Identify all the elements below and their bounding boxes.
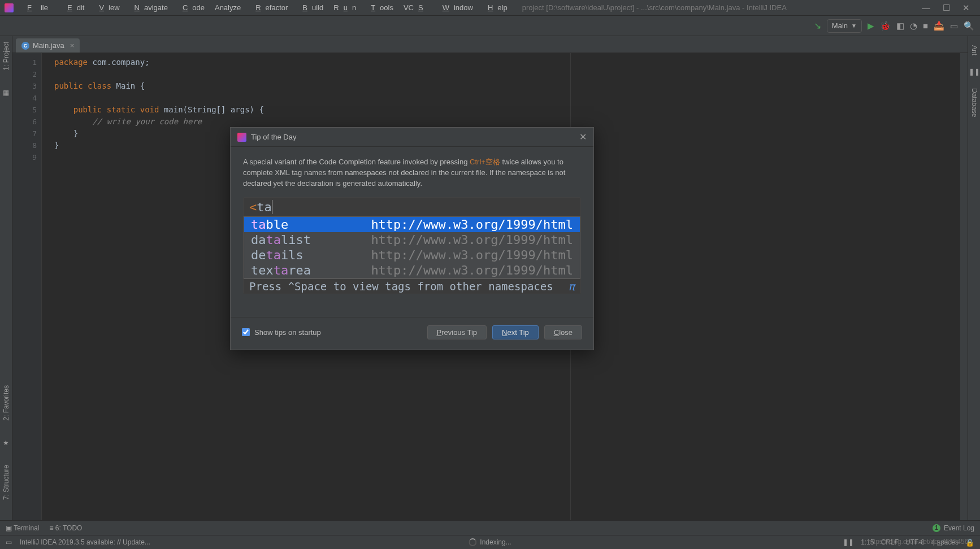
title-path: project [D:\software\idealU\project] - .… [522, 3, 922, 12]
completion-item[interactable]: datalisthttp://www.w3.org/1999/html [244, 232, 580, 247]
statusbar: ▭ IntelliJ IDEA 2019.3.5 available: // U… [0, 535, 980, 549]
debug-icon[interactable]: 🐞 [880, 21, 891, 31]
menu-build[interactable]: Build [293, 2, 328, 14]
completion-item[interactable]: textareahttp://www.w3.org/1999/html [244, 263, 580, 278]
editor-tab-label: Main.java [33, 41, 64, 50]
build-arrow-icon[interactable]: ↘ [814, 20, 821, 31]
dialog-title: Tip of the Day [251, 133, 579, 141]
tip-illustration: <ta tablehttp://www.w3.org/1999/htmldata… [243, 197, 581, 294]
project-tool-icon[interactable]: ▦ [2, 85, 10, 100]
update-project-icon[interactable]: 📥 [934, 21, 944, 31]
next-tip-button[interactable]: Next Tip [492, 325, 539, 339]
search-everywhere-icon[interactable]: 🔍 [964, 21, 974, 31]
event-log-badge: 1 [933, 524, 940, 532]
bottom-tool-window-bar: ▣ Terminal ≡ 6: TODO 1 Event Log [0, 520, 980, 535]
menubar: File Edit View Navigate Code Analyze Ref… [18, 2, 512, 14]
close-dialog-button[interactable]: Close [544, 325, 582, 339]
left-tool-window-bar: 1: Project ▦ 2: Favorites ★ 7: Structure [0, 36, 12, 520]
menu-run[interactable]: Run [329, 2, 361, 14]
line-number-gutter: 123 456 789 [12, 53, 42, 520]
completion-item[interactable]: detailshttp://www.w3.org/1999/html [244, 247, 580, 263]
menu-file[interactable]: File [18, 2, 57, 14]
pause-status-icon[interactable]: ❚❚ [843, 538, 854, 546]
app-icon [237, 133, 246, 142]
previous-tip-button[interactable]: Previous Tip [427, 325, 487, 339]
profile-icon[interactable]: ◔ [910, 21, 917, 31]
run-config-label: Main [832, 21, 848, 30]
titlebar: File Edit View Navigate Code Analyze Ref… [0, 0, 980, 16]
favorites-tool-tab[interactable]: 2: Favorites [1, 382, 11, 424]
java-class-icon: C [21, 42, 29, 50]
minimize-icon[interactable]: ― [922, 3, 930, 13]
database-tool-tab[interactable]: Database [969, 85, 979, 120]
menu-analyze[interactable]: Analyze [210, 2, 245, 14]
watermark-text: https://blog.csdn.net/qq_45154565 [868, 538, 972, 546]
indexing-label: Indexing... [480, 538, 511, 546]
editor-tab-main[interactable]: C Main.java × [16, 38, 80, 53]
menu-tools[interactable]: Tools [362, 2, 398, 14]
menu-code[interactable]: Code [174, 2, 209, 14]
menu-window[interactable]: Window [433, 2, 478, 14]
menu-view[interactable]: View [90, 2, 124, 14]
stop-icon[interactable]: ■ [923, 21, 928, 30]
run-icon[interactable]: ▶ [868, 21, 874, 31]
run-config-selector[interactable]: Main ▼ [827, 19, 862, 33]
project-tool-tab[interactable]: 1: Project [1, 38, 11, 74]
menu-vcs[interactable]: VCS [399, 2, 432, 14]
show-tips-checkbox-input[interactable] [242, 328, 250, 336]
chevron-down-icon: ▼ [851, 23, 857, 29]
right-tool-window-bar: Ant ❚❚ Database [968, 36, 980, 520]
favorites-star-icon[interactable]: ★ [2, 435, 10, 450]
close-tab-icon[interactable]: × [70, 41, 75, 50]
status-message[interactable]: IntelliJ IDEA 2019.3.5 available: // Upd… [20, 538, 150, 546]
event-log-tab[interactable]: 1 Event Log [933, 524, 974, 532]
spinner-icon [469, 538, 476, 546]
tip-of-day-dialog: Tip of the Day ✕ A special variant of th… [230, 127, 594, 350]
completion-item[interactable]: tablehttp://www.w3.org/1999/html [244, 217, 580, 232]
terminal-tab[interactable]: ▣ Terminal [6, 524, 39, 532]
pause-icon[interactable]: ❚❚ [968, 64, 981, 79]
maximize-icon[interactable]: ☐ [943, 3, 950, 13]
structure-tool-tab[interactable]: 7: Structure [1, 461, 11, 503]
app-icon [5, 3, 14, 12]
todo-tab[interactable]: ≡ 6: TODO [49, 524, 82, 532]
project-structure-icon[interactable]: ▭ [950, 21, 958, 31]
menu-navigate[interactable]: Navigate [125, 2, 172, 14]
menu-help[interactable]: Help [479, 2, 512, 14]
show-tips-checkbox[interactable]: Show tips on startup [242, 328, 422, 337]
ant-tool-tab[interactable]: Ant [969, 42, 979, 59]
menu-refactor[interactable]: Refactor [246, 2, 292, 14]
tip-text: A special variant of the Code Completion… [243, 157, 581, 189]
tool-windows-icon[interactable]: ▭ [6, 538, 12, 546]
menu-edit[interactable]: Edit [58, 2, 89, 14]
close-window-icon[interactable]: ✕ [962, 3, 970, 13]
toolbar: ↘ Main ▼ ▶ 🐞 ◧ ◔ ■ 📥 ▭ 🔍 [0, 16, 980, 36]
editor-tabstrip: C Main.java × [12, 36, 968, 53]
coverage-icon[interactable]: ◧ [896, 21, 904, 31]
dialog-close-icon[interactable]: ✕ [579, 132, 587, 142]
editor-scrollbar[interactable] [960, 53, 968, 520]
status-center: Indexing... [469, 538, 511, 546]
